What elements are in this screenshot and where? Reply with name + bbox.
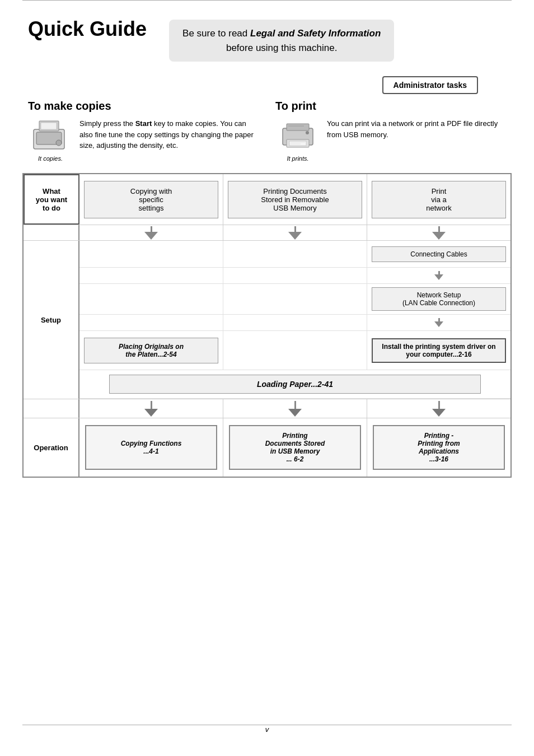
print-network-box: Print via a network: [372, 181, 506, 218]
flow-diagram: What you want to do Copying with specifi…: [0, 173, 534, 478]
row-setup: Setup Connecting Cables: [24, 241, 510, 399]
svg-rect-3: [41, 123, 57, 129]
arrow-row-2: [24, 399, 510, 418]
printing-apps-box: Printing - Printing from Applications ..…: [373, 425, 505, 470]
setup-inner-arrow-1: [79, 268, 510, 284]
op-col4: Printing - Printing from Applications ..…: [367, 418, 510, 477]
row-operation: Operation Copying Functions ...4-1 Print…: [24, 418, 510, 477]
setup-col4-network: Network Setup (LAN Cable Connection): [367, 284, 510, 314]
network-setup-box: Network Setup (LAN Cable Connection): [372, 287, 506, 311]
operation-content: Copying Functions ...4-1 Printing Docume…: [79, 418, 510, 477]
setup-arrow2-col4: [367, 315, 510, 330]
svg-point-4: [56, 140, 62, 146]
setup-col3-3: [223, 331, 367, 370]
arrow-col2-1: [79, 225, 223, 240]
printing-usb-box: Printing Documents Stored in Removable U…: [228, 181, 362, 218]
setup-col4-connecting: Connecting Cables: [367, 241, 510, 267]
setup-inner-row-2: Network Setup (LAN Cable Connection): [79, 284, 510, 315]
svg-rect-6: [287, 124, 309, 130]
copies-heading: To make copies: [28, 100, 259, 113]
printing-usb-op-box: Printing Documents Stored in USB Memory …: [229, 425, 361, 470]
print-section: To print It prints. You can print via a …: [275, 100, 506, 162]
copies-icon: It copies.: [28, 118, 73, 162]
admin-tasks-button[interactable]: Administrator tasks: [382, 76, 478, 94]
setup-arrow-col2: [79, 268, 223, 283]
flow-outer-box: What you want to do Copying with specifi…: [22, 173, 512, 478]
what-col3: Printing Documents Stored in Removable U…: [223, 174, 367, 225]
print-icon: It prints.: [275, 118, 320, 162]
page-number: v: [0, 714, 534, 745]
loading-paper-box: Loading Paper...2-41: [109, 375, 481, 394]
print-heading: To print: [275, 100, 506, 113]
intro-area: To make copies It copies. Simply press t…: [0, 100, 534, 162]
setup-inner-arrow-2: [79, 315, 510, 331]
install-driver-box: Install the printing system driver on yo…: [372, 338, 506, 363]
what-col4: Print via a network: [367, 174, 510, 225]
arrow-row-1-label-spacer: [24, 225, 79, 240]
page-title: Quick Guide: [28, 17, 147, 41]
setup-col2-1: [79, 241, 223, 267]
arrow-row2-col3: [223, 399, 367, 418]
what-col2: Copying with specific settings: [79, 174, 223, 225]
setup-col4-install: Install the printing system driver on yo…: [367, 331, 510, 370]
subtitle-bold-italic: Legal and Safety Information: [250, 28, 381, 39]
setup-inner-row-1: Connecting Cables: [79, 241, 510, 268]
copies-icon-label: It copies.: [28, 155, 73, 162]
arrow-row2-col4: [367, 399, 510, 418]
subtitle-text-end: before using this machine.: [226, 43, 337, 53]
print-icon-label: It prints.: [275, 155, 320, 162]
setup-arrow-col3: [223, 268, 367, 283]
subtitle-text-pre: Be sure to read: [182, 28, 250, 39]
arrow-row-1: [24, 225, 510, 241]
arrow-row2-col2: [79, 399, 223, 418]
setup-col2-placing: Placing Originals on the Platen...2-54: [79, 331, 223, 370]
op-col2: Copying Functions ...4-1: [79, 418, 223, 477]
copying-functions-box: Copying Functions ...4-1: [85, 425, 217, 470]
what-label: What you want to do: [24, 174, 79, 225]
print-text: You can print via a network or print a P…: [327, 118, 506, 140]
operation-label: Operation: [24, 418, 79, 477]
op-col3: Printing Documents Stored in USB Memory …: [223, 418, 367, 477]
svg-rect-8: [289, 141, 306, 146]
row-what: What you want to do Copying with specifi…: [24, 174, 510, 225]
what-cols: Copying with specific settings Printing …: [79, 174, 510, 225]
setup-arrow2-col2: [79, 315, 223, 330]
setup-content: Connecting Cables: [79, 241, 510, 399]
arrow-col4-1: [367, 225, 510, 240]
arrow-col3-1: [223, 225, 367, 240]
copies-section: To make copies It copies. Simply press t…: [28, 100, 259, 162]
admin-row: Administrator tasks: [0, 71, 534, 94]
placing-originals-box: Placing Originals on the Platen...2-54: [84, 338, 218, 363]
setup-col2-2: [79, 284, 223, 314]
setup-arrow-col4: [367, 268, 510, 283]
arrow-row-2-spacer: [24, 399, 79, 418]
copies-text: Simply press the Start key to make copie…: [79, 118, 259, 151]
setup-inner-row-3: Placing Originals on the Platen...2-54 I…: [79, 331, 510, 370]
subtitle-box: Be sure to read Legal and Safety Informa…: [169, 20, 394, 62]
header: Quick Guide Be sure to read Legal and Sa…: [0, 1, 534, 67]
svg-point-9: [306, 131, 309, 134]
connecting-cables-box: Connecting Cables: [372, 246, 506, 262]
copying-with-specific-box: Copying with specific settings: [84, 181, 218, 218]
setup-col3-1: [223, 241, 367, 267]
loading-paper-row: Loading Paper...2-41: [79, 370, 510, 399]
loading-paper-full-col: Loading Paper...2-41: [79, 370, 510, 398]
svg-rect-10: [288, 125, 304, 127]
setup-label: Setup: [24, 241, 79, 399]
setup-arrow2-col3: [223, 315, 367, 330]
setup-col3-2: [223, 284, 367, 314]
